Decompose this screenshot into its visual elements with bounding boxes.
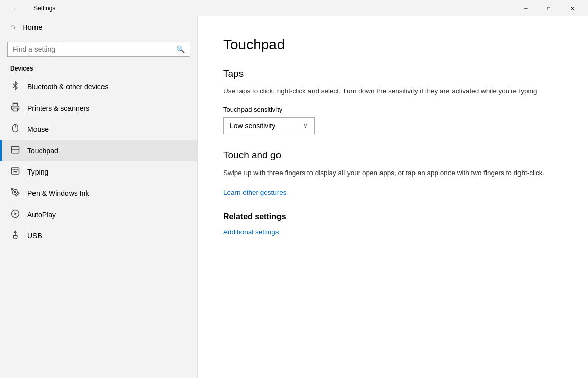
pen-icon: [10, 188, 20, 199]
home-icon: ⌂: [10, 22, 15, 31]
window-controls: ─ □ ✕: [514, 0, 584, 16]
sensitivity-value: Low sensitivity: [230, 122, 275, 130]
sidebar-item-pen[interactable]: Pen & Windows Ink: [0, 183, 197, 204]
touchpad-icon: [10, 145, 20, 156]
sidebar-item-bluetooth[interactable]: Bluetooth & other devices: [0, 76, 197, 97]
touch-and-go-description: Swipe up with three fingers to display a…: [223, 168, 563, 178]
autoplay-icon: [10, 209, 20, 220]
search-input[interactable]: [13, 45, 172, 53]
maximize-icon: □: [547, 6, 550, 11]
app-title: Settings: [33, 5, 55, 12]
sidebar-item-printers-label: Printers & scanners: [27, 104, 89, 112]
sidebar-item-autoplay[interactable]: AutoPlay: [0, 204, 197, 225]
close-icon: ✕: [570, 6, 574, 11]
sidebar-item-touchpad[interactable]: Touchpad: [0, 140, 197, 161]
mouse-icon: [10, 124, 20, 135]
usb-icon: [10, 230, 20, 242]
sidebar-item-pen-label: Pen & Windows Ink: [27, 189, 89, 197]
svg-rect-5: [12, 168, 19, 174]
sensitivity-label: Touchpad sensitivity: [223, 106, 563, 113]
touch-and-go-title: Touch and go: [223, 150, 563, 161]
printer-icon: [10, 102, 20, 114]
related-settings-title: Related settings: [223, 212, 563, 221]
back-icon: ←: [13, 6, 18, 11]
bluetooth-icon: [10, 81, 20, 92]
sidebar: ⌂ Home 🔍 Devices Bluetooth & other devic…: [0, 16, 198, 378]
back-button[interactable]: ←: [4, 0, 27, 16]
page-title: Touchpad: [223, 37, 563, 53]
main-layout: ⌂ Home 🔍 Devices Bluetooth & other devic…: [0, 16, 588, 378]
title-bar: ← Settings ─ □ ✕: [0, 0, 588, 16]
sidebar-item-autoplay-label: AutoPlay: [27, 211, 56, 219]
taps-section-title: Taps: [223, 68, 563, 79]
sidebar-item-typing[interactable]: Typing: [0, 161, 197, 183]
sidebar-item-mouse[interactable]: Mouse: [0, 119, 197, 140]
close-button[interactable]: ✕: [561, 0, 584, 16]
learn-gestures-link[interactable]: Learn other gestures: [223, 189, 287, 196]
search-box[interactable]: 🔍: [7, 42, 190, 57]
search-icon: 🔍: [176, 45, 185, 53]
content-area: Touchpad Taps Use taps to click, right-c…: [198, 16, 588, 378]
titlebar-left: ← Settings: [4, 0, 55, 16]
svg-marker-14: [15, 212, 17, 215]
sidebar-item-mouse-label: Mouse: [27, 125, 49, 133]
sidebar-item-typing-label: Typing: [27, 168, 48, 176]
sidebar-item-usb-label: USB: [27, 232, 42, 240]
sidebar-section-label: Devices: [0, 63, 197, 76]
sidebar-item-usb[interactable]: USB: [0, 225, 197, 247]
additional-settings-link[interactable]: Additional settings: [223, 228, 279, 236]
sidebar-item-printers[interactable]: Printers & scanners: [0, 97, 197, 119]
sensitivity-dropdown[interactable]: Low sensitivity ∨: [223, 117, 315, 134]
sidebar-item-touchpad-label: Touchpad: [27, 147, 58, 155]
sidebar-item-home[interactable]: ⌂ Home: [0, 16, 197, 38]
svg-rect-0: [13, 108, 18, 111]
sidebar-home-label: Home: [22, 23, 43, 31]
chevron-down-icon: ∨: [303, 122, 308, 129]
minimize-button[interactable]: ─: [514, 0, 537, 16]
taps-section-description: Use taps to click, right-click and selec…: [223, 86, 563, 96]
minimize-icon: ─: [524, 6, 527, 11]
sidebar-item-bluetooth-label: Bluetooth & other devices: [27, 83, 109, 91]
maximize-button[interactable]: □: [537, 0, 561, 16]
typing-icon: [10, 166, 20, 178]
